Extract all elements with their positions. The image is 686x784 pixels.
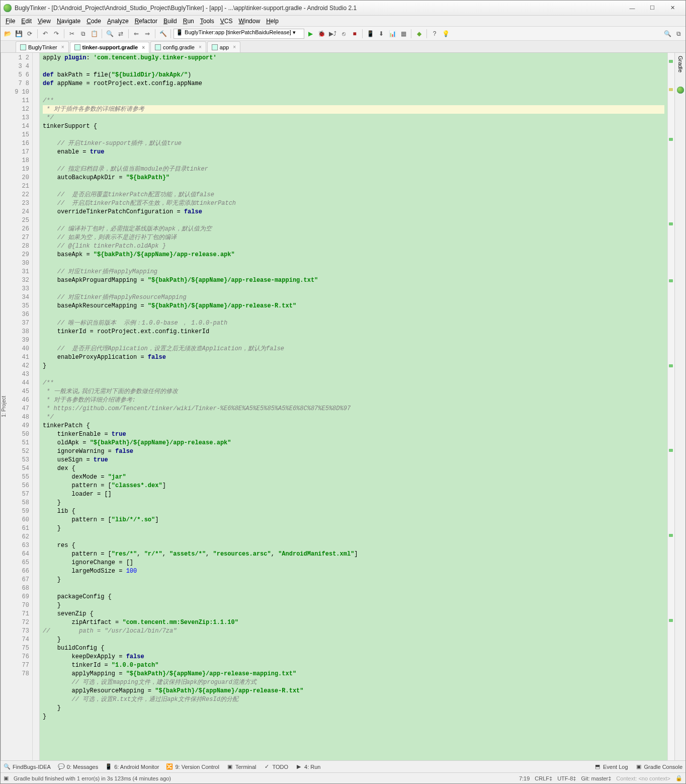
- cut-icon[interactable]: ✂: [67, 29, 77, 39]
- bottom-toolwindow-bar: 🔍FindBugs-IDEA💬0: Messages📱6: Android Mo…: [1, 760, 685, 772]
- monitor-icon[interactable]: 📊: [387, 29, 397, 39]
- toolwindow-button[interactable]: ▣Terminal: [226, 763, 256, 770]
- toolwindow-icon: ⬒: [594, 763, 601, 770]
- toolwindow-button[interactable]: 📱6: Android Monitor: [105, 763, 159, 770]
- avd-icon[interactable]: 📱: [365, 29, 375, 39]
- close-tab-icon[interactable]: ×: [61, 44, 64, 50]
- toolwindow-label: FindBugs-IDEA: [13, 764, 51, 770]
- close-tab-icon[interactable]: ×: [199, 44, 202, 50]
- back-icon[interactable]: ⇐: [131, 29, 141, 39]
- run-icon[interactable]: ▶: [305, 29, 315, 39]
- save-icon[interactable]: 💾: [14, 29, 24, 39]
- sdk-icon[interactable]: ⬇: [376, 29, 386, 39]
- line-number-gutter: 1 2 3 4 5 6 7 8 9 10 11 12 13 14 15 16 1…: [12, 53, 33, 760]
- undo-icon[interactable]: ↶: [40, 29, 50, 39]
- git-branch[interactable]: Git: master‡: [581, 775, 611, 781]
- toolwindow-label: Terminal: [235, 764, 256, 770]
- editor-tab[interactable]: BuglyTinker×: [16, 41, 69, 52]
- toolwindow-label: 4: Run: [304, 764, 320, 770]
- copy-icon[interactable]: ⧉: [78, 29, 88, 39]
- run-tests-icon[interactable]: ▶⤴: [327, 29, 337, 39]
- build-icon[interactable]: 🔨: [158, 29, 168, 39]
- file-icon: [212, 44, 218, 50]
- toolwindow-label: 9: Version Control: [175, 764, 219, 770]
- toolwindow-label: TODO: [272, 764, 288, 770]
- app-icon: [4, 4, 12, 12]
- menu-build[interactable]: Build: [160, 17, 180, 26]
- open-icon[interactable]: 📂: [3, 29, 13, 39]
- menu-navigate[interactable]: Navigate: [54, 17, 83, 26]
- toolwindow-button[interactable]: ⬒Event Log: [594, 763, 628, 770]
- help-icon[interactable]: ?: [430, 29, 440, 39]
- find-icon[interactable]: 🔍: [105, 29, 115, 39]
- menu-help[interactable]: Help: [263, 17, 282, 26]
- toolwindow-label: 0: Messages: [67, 764, 98, 770]
- statusbar: ▣ Gradle build finished with 1 error(s) …: [1, 772, 685, 783]
- menu-edit[interactable]: Edit: [18, 17, 35, 26]
- menu-run[interactable]: Run: [180, 17, 197, 26]
- tab-label: config.gradle: [163, 44, 195, 50]
- toolwindow-icon: ✓: [263, 763, 270, 770]
- menu-file[interactable]: File: [3, 17, 18, 26]
- stop-icon[interactable]: ■: [350, 29, 360, 39]
- context[interactable]: Context: <no context>: [616, 775, 670, 781]
- menubar: FileEditViewNavigateCodeAnalyzeRefactorB…: [1, 16, 685, 27]
- toolwindow-button[interactable]: ▶4: Run: [295, 763, 320, 770]
- toolwindow-icon: ▣: [226, 763, 233, 770]
- toolwindow-button[interactable]: 🔀9: Version Control: [166, 763, 219, 770]
- file-icon: [74, 44, 80, 50]
- replace-icon[interactable]: ⇄: [116, 29, 126, 39]
- toolwindow-button[interactable]: ▣Gradle Console: [635, 763, 682, 770]
- toolwindow-stub[interactable]: 1: Project: [1, 396, 7, 417]
- titlebar: BuglyTinker - [D:\Android_Project\Androi…: [1, 1, 685, 16]
- minimize-button[interactable]: —: [622, 3, 642, 13]
- editor-tab[interactable]: tinker-support.gradle×: [70, 42, 149, 53]
- toolwindow-label: 6: Android Monitor: [114, 764, 159, 770]
- editor[interactable]: 1 2 3 4 5 6 7 8 9 10 11 12 13 14 15 16 1…: [12, 53, 674, 760]
- encoding[interactable]: UTF-8‡: [557, 775, 576, 781]
- toolwindow-icon: ▶: [295, 763, 302, 770]
- sync-icon[interactable]: ⟳: [25, 29, 35, 39]
- close-tab-icon[interactable]: ×: [142, 45, 145, 50]
- error-stripe[interactable]: [667, 53, 674, 760]
- search-everywhere-icon[interactable]: 🔍: [662, 29, 672, 39]
- run-config-combo[interactable]: 📱 BuglyTinker:app [tinkerPatchBaiduRelea…: [174, 29, 304, 39]
- maximize-button[interactable]: ☐: [642, 3, 662, 13]
- android-icon[interactable]: ◆: [414, 29, 424, 39]
- paste-icon[interactable]: 📋: [89, 29, 99, 39]
- status-indicator-icon: [677, 87, 684, 94]
- attach-icon[interactable]: ⎋: [338, 29, 349, 39]
- toolwindow-label: Gradle Console: [644, 764, 682, 770]
- menu-view[interactable]: View: [35, 17, 54, 26]
- menu-vcs[interactable]: VCS: [217, 17, 236, 26]
- project-structure-icon[interactable]: ⧉: [673, 29, 683, 39]
- toolwindow-label: Event Log: [603, 764, 628, 770]
- menu-window[interactable]: Window: [235, 17, 263, 26]
- toolwindow-button[interactable]: 💬0: Messages: [58, 763, 98, 770]
- toolwindow-button[interactable]: ✓TODO: [263, 763, 288, 770]
- toolwindow-icon: 💬: [58, 763, 65, 770]
- code-area[interactable]: apply plugin: 'com.tencent.bugly.tinker-…: [40, 53, 667, 760]
- menu-analyze[interactable]: Analyze: [104, 17, 132, 26]
- gradle-toolwindow-stub[interactable]: Gradle: [677, 56, 683, 72]
- toolbar: 📂 💾 ⟳ ↶ ↷ ✂ ⧉ 📋 🔍 ⇄ ⇐ ⇒ 🔨 📱 BuglyTinker:…: [1, 27, 685, 41]
- redo-icon[interactable]: ↷: [51, 29, 61, 39]
- menu-code[interactable]: Code: [83, 17, 104, 26]
- debug-icon[interactable]: 🐞: [316, 29, 326, 39]
- tips-icon[interactable]: 💡: [441, 29, 451, 39]
- editor-tab[interactable]: app×: [207, 41, 240, 52]
- tab-label: BuglyTinker: [28, 44, 57, 50]
- memory-indicator-icon[interactable]: 🔒: [675, 775, 682, 781]
- caret-position[interactable]: 7:19: [519, 775, 530, 781]
- menu-tools[interactable]: Tools: [197, 17, 217, 26]
- close-button[interactable]: ✕: [662, 3, 682, 13]
- line-separator[interactable]: CRLF‡: [535, 775, 552, 781]
- forward-icon[interactable]: ⇒: [142, 29, 152, 39]
- editor-tab[interactable]: config.gradle×: [150, 41, 206, 52]
- close-tab-icon[interactable]: ×: [233, 44, 236, 50]
- layout-icon[interactable]: ▦: [398, 29, 408, 39]
- menu-refactor[interactable]: Refactor: [132, 17, 160, 26]
- toolwindow-button[interactable]: 🔍FindBugs-IDEA: [4, 763, 51, 770]
- fold-gutter[interactable]: [33, 53, 40, 760]
- right-toolwindow-bar: Gradle: [674, 53, 685, 760]
